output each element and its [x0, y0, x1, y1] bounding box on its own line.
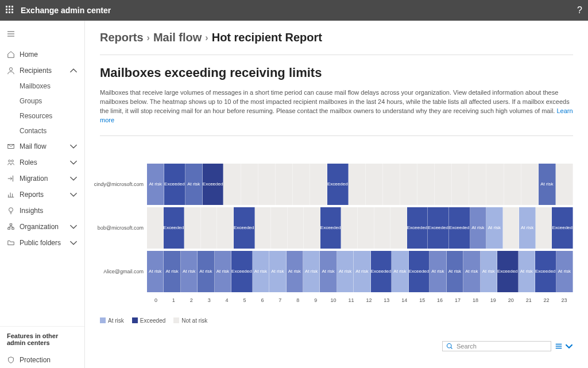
help-icon[interactable]: ? [577, 5, 582, 16]
heatmap-cell[interactable]: At risk [181, 251, 198, 292]
heatmap-cell[interactable]: At risk [539, 164, 556, 205]
heatmap-cell[interactable] [374, 207, 391, 249]
heatmap-cell[interactable] [217, 207, 234, 249]
chevron-down-icon[interactable] [565, 342, 573, 350]
heatmap-cell[interactable] [304, 207, 320, 249]
heatmap-cell[interactable] [383, 164, 400, 205]
nav-insights[interactable]: Insights [0, 203, 84, 219]
heatmap-cell[interactable]: Exceeded [407, 207, 428, 249]
search-input[interactable]: Search [442, 341, 551, 351]
heatmap-cell[interactable]: At risk [215, 251, 231, 292]
heatmap-cell[interactable]: Exceeded [231, 251, 253, 292]
heatmap-cell[interactable]: At risk [320, 251, 336, 292]
heatmap-cell[interactable] [310, 164, 327, 205]
heatmap-cell[interactable] [241, 164, 258, 205]
heatmap-cell[interactable] [349, 164, 366, 205]
heatmap-cell[interactable]: At risk [164, 251, 180, 292]
heatmap-cell[interactable]: At risk [481, 251, 497, 292]
nav-sub-groups[interactable]: Groups [0, 94, 84, 109]
heatmap-cell[interactable] [276, 164, 293, 205]
heatmap-cell[interactable]: Exceeded [497, 251, 519, 292]
heatmap-cell[interactable] [469, 164, 486, 205]
heatmap-cell[interactable]: Exceeded [164, 164, 185, 205]
heatmap-cell[interactable]: At risk [519, 251, 535, 292]
nav-sub-contacts[interactable]: Contacts [0, 123, 84, 138]
nav-sub-resources[interactable]: Resources [0, 109, 84, 123]
heatmap-cell[interactable] [486, 164, 504, 205]
xaxis-tick: 15 [413, 295, 431, 306]
heatmap-cell[interactable]: Exceeded [164, 207, 185, 249]
heatmap-cell[interactable] [288, 207, 304, 249]
heatmap-cell[interactable] [358, 207, 374, 249]
nav-sub-mailboxes[interactable]: Mailboxes [0, 79, 84, 94]
heatmap-cell[interactable] [255, 207, 272, 249]
heatmap-cell[interactable]: At risk [486, 207, 503, 249]
nav-publicfolders[interactable]: Public folders [0, 235, 84, 251]
heatmap-cell[interactable]: At risk [269, 251, 286, 292]
heatmap-cell[interactable] [390, 207, 407, 249]
breadcrumb-link[interactable]: Mail flow [153, 31, 202, 44]
heatmap-cell[interactable] [503, 207, 520, 249]
heatmap-cell[interactable] [271, 207, 288, 249]
heatmap-cell[interactable]: Exceeded [320, 207, 342, 249]
heatmap-cell[interactable]: At risk [470, 207, 487, 249]
heatmap-cell[interactable] [223, 164, 241, 205]
heatmap-cell[interactable]: Exceeded [327, 164, 349, 205]
breadcrumb-link[interactable]: Reports [100, 31, 144, 44]
nav-organization[interactable]: Organization [0, 219, 84, 235]
heatmap-cell[interactable]: Exceeded [409, 251, 430, 292]
heatmap-cell[interactable] [417, 164, 435, 205]
heatmap-cell[interactable]: At risk [287, 251, 303, 292]
heatmap-cell[interactable]: At risk [447, 251, 463, 292]
heatmap-cell[interactable] [293, 164, 310, 205]
heatmap-cell[interactable]: At risk [430, 251, 446, 292]
heatmap-cell[interactable]: At risk [198, 251, 214, 292]
heatmap-cell[interactable]: At risk [303, 251, 320, 292]
roles-icon [7, 158, 15, 166]
heatmap-cell[interactable] [536, 207, 552, 249]
divider [100, 55, 573, 55]
nav-roles[interactable]: Roles [0, 154, 84, 171]
app-launcher-icon[interactable] [6, 6, 15, 15]
nav-migration[interactable]: Migration [0, 171, 84, 187]
nav-mailflow[interactable]: Mail flow [0, 138, 84, 154]
heatmap-cell[interactable] [504, 164, 521, 205]
nav-reports[interactable]: Reports [0, 187, 84, 203]
heatmap-cell[interactable]: At risk [147, 164, 164, 205]
heatmap-cell[interactable] [452, 164, 469, 205]
heatmap-cell[interactable]: Exceeded [428, 207, 449, 249]
heatmap-cell[interactable]: Exceeded [449, 207, 470, 249]
heatmap-cell[interactable] [366, 164, 383, 205]
divider [100, 135, 573, 136]
heatmap-cell[interactable] [147, 207, 164, 249]
heatmap-cell[interactable]: At risk [253, 251, 269, 292]
heatmap-cell[interactable] [258, 164, 276, 205]
heatmap-cell[interactable] [435, 164, 452, 205]
heatmap-cell[interactable] [184, 207, 201, 249]
heatmap-cell[interactable] [521, 164, 539, 205]
heatmap-cell[interactable] [400, 164, 417, 205]
heatmap-cell[interactable]: At risk [337, 251, 354, 292]
list-options-icon[interactable] [555, 342, 563, 350]
heatmap-row-label: cindy@microsoft.com [100, 164, 147, 205]
heatmap-cell[interactable]: At risk [185, 164, 203, 205]
nav-protection[interactable]: Protection [0, 352, 84, 368]
heatmap-cell[interactable]: At risk [463, 251, 480, 292]
heatmap-cell[interactable]: At risk [519, 207, 536, 249]
heatmap-cell[interactable]: At risk [556, 251, 573, 292]
svg-rect-6 [8, 228, 10, 230]
nav-recipients[interactable]: Recipients [0, 63, 84, 79]
heatmap-cell[interactable]: Exceeded [535, 251, 556, 292]
menu-toggle-icon[interactable] [0, 28, 84, 47]
heatmap-cell[interactable] [556, 164, 573, 205]
heatmap-cell[interactable] [201, 207, 218, 249]
heatmap-cell[interactable] [341, 207, 358, 249]
heatmap-cell[interactable]: Exceeded [234, 207, 255, 249]
heatmap-cell[interactable]: Exceeded [552, 207, 573, 249]
heatmap-cell[interactable]: At risk [392, 251, 408, 292]
heatmap-cell[interactable]: At risk [147, 251, 164, 292]
heatmap-cell[interactable]: Exceeded [371, 251, 392, 292]
nav-home[interactable]: Home [0, 47, 84, 63]
heatmap-cell[interactable]: At risk [354, 251, 370, 292]
heatmap-cell[interactable]: Exceeded [203, 164, 224, 205]
